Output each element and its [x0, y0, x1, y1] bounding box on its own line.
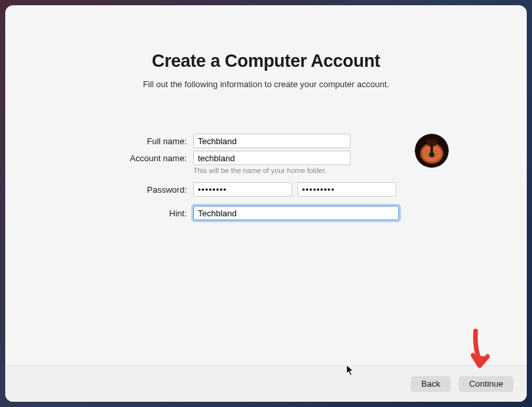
fullname-label: Full name: — [83, 136, 188, 146]
hint-row: Hint: — [83, 206, 399, 220]
accountname-input[interactable] — [193, 151, 351, 165]
svg-point-6 — [429, 152, 434, 157]
dialog-title: Create a Computer Account — [152, 51, 381, 71]
password-inputs-wrap — [193, 182, 396, 197]
hint-label: Hint: — [83, 208, 188, 218]
dialog-footer: Back Continue — [5, 365, 527, 402]
accountname-label: Account name: — [83, 153, 188, 163]
fullname-input[interactable] — [193, 134, 351, 148]
svg-rect-5 — [430, 140, 433, 152]
dialog-subtitle: Fill out the following information to cr… — [143, 79, 389, 89]
continue-button[interactable]: Continue — [459, 376, 514, 392]
accountname-note: This will be the name of your home folde… — [193, 166, 399, 174]
form-grid: Full name: Account name: This will be th… — [83, 134, 399, 223]
svg-point-8 — [434, 150, 438, 157]
svg-point-7 — [425, 150, 429, 157]
form-area: Full name: Account name: This will be th… — [83, 134, 449, 223]
guitar-avatar-icon — [415, 134, 449, 168]
password-label: Password: — [83, 185, 188, 195]
password-verify-input[interactable] — [297, 182, 396, 197]
create-account-dialog: Create a Computer Account Fill out the f… — [5, 5, 527, 402]
password-row: Password: — [83, 182, 399, 197]
avatar-picker[interactable] — [415, 134, 449, 168]
password-input[interactable] — [193, 182, 292, 197]
accountname-row: Account name: — [83, 151, 399, 165]
fullname-row: Full name: — [83, 134, 399, 148]
dialog-content: Create a Computer Account Fill out the f… — [5, 5, 527, 365]
back-button[interactable]: Back — [411, 376, 451, 392]
hint-input[interactable] — [193, 206, 399, 220]
